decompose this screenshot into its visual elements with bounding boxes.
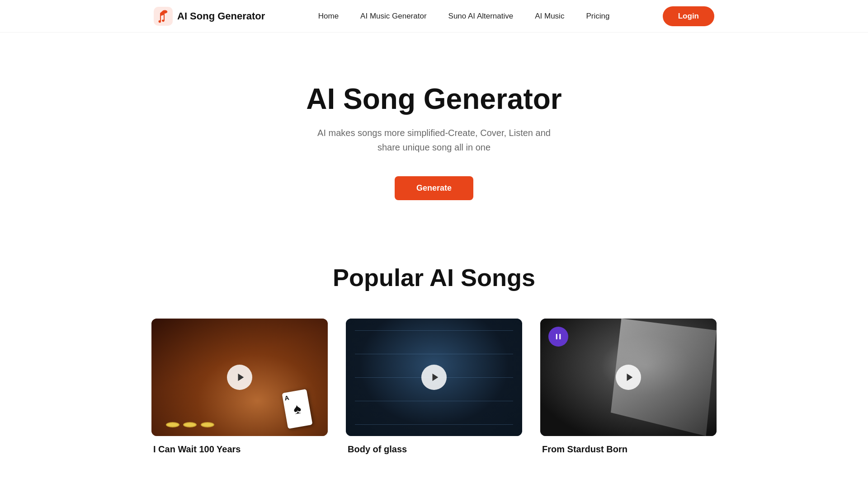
main-nav: Home AI Music Generator Suno AI Alternat… bbox=[318, 12, 610, 21]
song-card-2[interactable]: Body of glass bbox=[346, 319, 522, 455]
hero-section: AI Song Generator AI makes songs more si… bbox=[0, 33, 868, 227]
song-card-3[interactable]: From Stardust Born bbox=[540, 319, 717, 455]
svg-marker-1 bbox=[238, 374, 244, 381]
song-thumbnail-3 bbox=[540, 319, 717, 436]
generate-button[interactable]: Generate bbox=[395, 176, 473, 200]
nav-item-home[interactable]: Home bbox=[318, 12, 339, 21]
svg-marker-2 bbox=[432, 374, 438, 381]
popular-songs-section: Popular AI Songs A ♠ bbox=[0, 227, 868, 482]
chips-decoration bbox=[165, 421, 215, 429]
logo-text: AI Song Generator bbox=[177, 10, 265, 22]
login-button[interactable]: Login bbox=[663, 6, 714, 26]
svg-rect-3 bbox=[556, 334, 557, 339]
song-thumbnail-1: A ♠ bbox=[151, 319, 328, 436]
play-button-2[interactable] bbox=[421, 365, 447, 390]
discover-area: Discover More AI Song bbox=[0, 482, 868, 488]
play-button-1[interactable] bbox=[227, 365, 252, 390]
hero-subtitle: AI makes songs more simplified-Create, C… bbox=[316, 126, 552, 155]
svg-rect-0 bbox=[154, 7, 173, 26]
nav-item-suno-alternative[interactable]: Suno AI Alternative bbox=[448, 12, 514, 21]
popular-songs-title: Popular AI Songs bbox=[0, 263, 868, 291]
songs-grid: A ♠ I Can Wait 100 Years bbox=[118, 319, 750, 455]
nav-item-ai-music[interactable]: AI Music bbox=[535, 12, 564, 21]
svg-marker-5 bbox=[627, 374, 632, 381]
nav-item-ai-music-generator[interactable]: AI Music Generator bbox=[360, 12, 426, 21]
play-button-3[interactable] bbox=[616, 365, 641, 390]
logo-area[interactable]: AI Song Generator bbox=[154, 7, 265, 26]
header: AI Song Generator Home AI Music Generato… bbox=[0, 0, 868, 33]
pause-button-3[interactable] bbox=[548, 327, 568, 347]
music-note-icon bbox=[154, 7, 173, 26]
hero-title: AI Song Generator bbox=[0, 82, 868, 116]
playing-card: A ♠ bbox=[282, 389, 312, 429]
song-card-1[interactable]: A ♠ I Can Wait 100 Years bbox=[151, 319, 328, 455]
svg-rect-4 bbox=[559, 334, 561, 339]
song-title-3: From Stardust Born bbox=[540, 444, 717, 455]
song-title-2: Body of glass bbox=[346, 444, 522, 455]
song-thumbnail-2 bbox=[346, 319, 522, 436]
song-title-1: I Can Wait 100 Years bbox=[151, 444, 328, 455]
nav-item-pricing[interactable]: Pricing bbox=[586, 12, 609, 21]
